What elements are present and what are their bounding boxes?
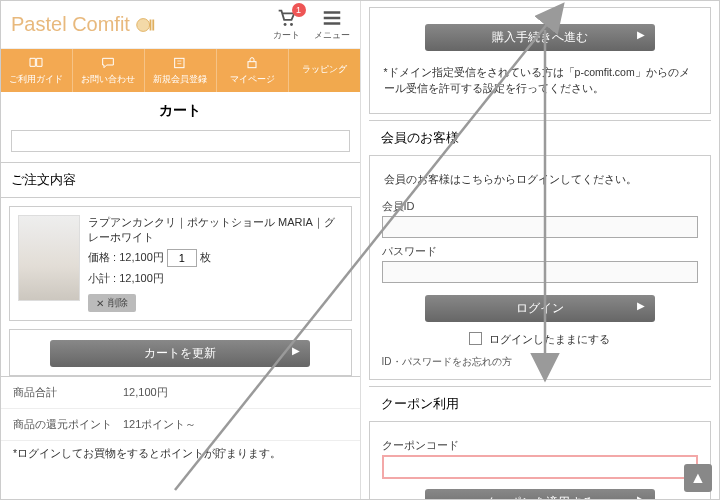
nav-wrapping[interactable]: ラッピング bbox=[289, 49, 360, 92]
chevron-right-icon: ▶ bbox=[637, 300, 645, 311]
total-points-value: 121ポイント～ bbox=[123, 417, 196, 432]
member-id-input[interactable] bbox=[382, 216, 699, 238]
login-note: *ログインしてお買物をするとポイントが貯まります。 bbox=[1, 441, 360, 471]
product-thumbnail[interactable] bbox=[18, 215, 80, 301]
brand-logo-icon bbox=[134, 14, 156, 36]
nav-label: マイページ bbox=[230, 74, 275, 84]
delete-label: 削除 bbox=[108, 296, 128, 310]
subtotal-value: 12,100円 bbox=[119, 272, 164, 284]
svg-point-3 bbox=[284, 23, 287, 26]
chat-icon bbox=[99, 55, 117, 71]
apply-coupon-button[interactable]: クーポンを適用する ▶ bbox=[425, 489, 655, 499]
scroll-top-button[interactable]: ▲ bbox=[684, 464, 712, 492]
chevron-right-icon: ▶ bbox=[637, 494, 645, 499]
member-heading: 会員のお客様 bbox=[369, 120, 712, 156]
total-sum-label: 商品合計 bbox=[13, 385, 123, 400]
book-icon bbox=[27, 55, 45, 71]
cart-label: カート bbox=[273, 29, 300, 42]
coupon-code-input[interactable] bbox=[382, 455, 699, 479]
search-input[interactable] bbox=[11, 130, 350, 152]
nav-label: 新規会員登録 bbox=[153, 74, 207, 84]
delete-button[interactable]: ✕ 削除 bbox=[88, 294, 136, 312]
price-label: 価格 : bbox=[88, 251, 116, 263]
nav-mypage[interactable]: マイページ bbox=[217, 49, 289, 92]
domain-note: *ドメイン指定受信をされている方は「p-comfit.com」からのメール受信を… bbox=[382, 59, 699, 103]
keep-login-checkbox[interactable] bbox=[469, 332, 482, 345]
nav-strip: ご利用ガイド お問い合わせ 新規会員登録 マイページ ラッピング bbox=[1, 49, 360, 92]
nav-contact[interactable]: お問い合わせ bbox=[73, 49, 145, 92]
total-sum-value: 12,100円 bbox=[123, 385, 168, 400]
pw-label: パスワード bbox=[382, 244, 699, 259]
product-name[interactable]: ラプアンカンクリ｜ポケットショール MARIA｜グレーホワイト bbox=[88, 215, 343, 245]
page-title: カート bbox=[1, 92, 360, 130]
nav-guide[interactable]: ご利用ガイド bbox=[1, 49, 73, 92]
signup-icon bbox=[171, 55, 189, 71]
order-section-heading: ご注文内容 bbox=[1, 162, 360, 198]
brand-name: Pastel Comfit bbox=[11, 13, 130, 36]
login-button[interactable]: ログイン ▶ bbox=[425, 295, 655, 322]
menu-label: メニュー bbox=[314, 29, 350, 42]
password-input[interactable] bbox=[382, 261, 699, 283]
coupon-label: クーポンコード bbox=[382, 438, 699, 453]
forgot-link[interactable]: ID・パスワードをお忘れの方 bbox=[382, 355, 699, 369]
cart-item: ラプアンカンクリ｜ポケットショール MARIA｜グレーホワイト 価格 : 12,… bbox=[9, 206, 352, 321]
nav-label: ご利用ガイド bbox=[9, 74, 63, 84]
id-label: 会員ID bbox=[382, 199, 699, 214]
svg-rect-5 bbox=[175, 58, 184, 67]
login-label: ログイン bbox=[516, 301, 564, 315]
brand[interactable]: Pastel Comfit bbox=[11, 13, 156, 36]
price-value: 12,100円 bbox=[119, 251, 164, 263]
qty-unit: 枚 bbox=[200, 251, 211, 263]
chevron-up-icon: ▲ bbox=[690, 469, 706, 487]
proceed-label: 購入手続きへ進む bbox=[492, 30, 588, 44]
chevron-right-icon: ▶ bbox=[292, 345, 300, 356]
svg-rect-6 bbox=[248, 62, 256, 68]
cart-button[interactable]: 1 カート bbox=[273, 7, 300, 42]
close-icon: ✕ bbox=[96, 298, 104, 309]
update-cart-button[interactable]: カートを更新 ▶ bbox=[50, 340, 310, 367]
lock-icon bbox=[243, 55, 261, 71]
keep-login-label: ログインしたままにする bbox=[489, 333, 610, 345]
quantity-input[interactable] bbox=[167, 249, 197, 267]
nav-register[interactable]: 新規会員登録 bbox=[145, 49, 217, 92]
proceed-button[interactable]: 購入手続きへ進む ▶ bbox=[425, 24, 655, 51]
update-cart-label: カートを更新 bbox=[144, 346, 216, 360]
hamburger-icon bbox=[320, 7, 344, 29]
total-points-label: 商品の還元ポイント bbox=[13, 417, 123, 432]
svg-point-0 bbox=[137, 18, 150, 31]
chevron-right-icon: ▶ bbox=[637, 29, 645, 40]
svg-rect-2 bbox=[152, 19, 154, 30]
nav-label: ラッピング bbox=[302, 64, 347, 74]
coupon-heading: クーポン利用 bbox=[369, 386, 712, 422]
svg-rect-1 bbox=[150, 19, 152, 30]
subtotal-label: 小計 : bbox=[88, 272, 116, 284]
apply-coupon-label: クーポンを適用する bbox=[486, 495, 594, 499]
menu-button[interactable]: メニュー bbox=[314, 7, 350, 42]
cart-badge: 1 bbox=[292, 3, 306, 17]
member-lead: 会員のお客様はこちらからログインしてください。 bbox=[382, 166, 699, 194]
nav-label: お問い合わせ bbox=[81, 74, 135, 84]
svg-point-4 bbox=[290, 23, 293, 26]
